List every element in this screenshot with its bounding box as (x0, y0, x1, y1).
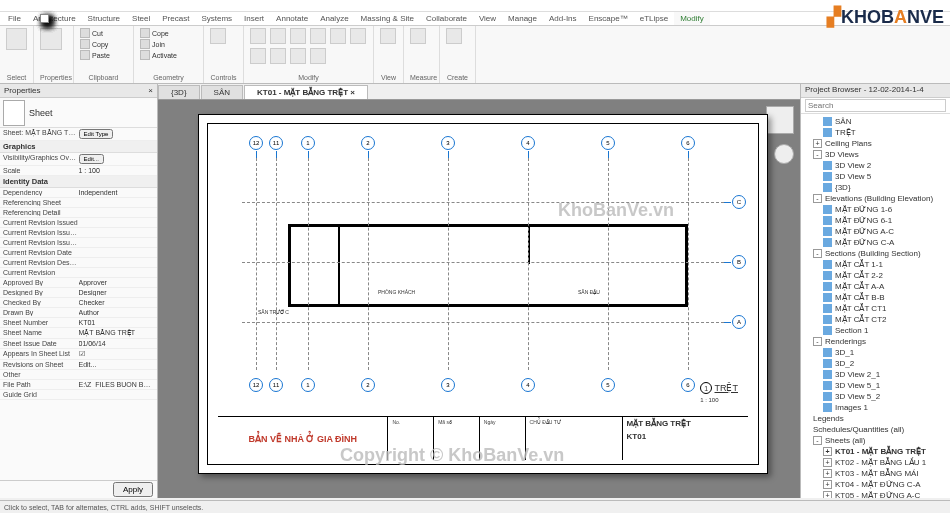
controls-icon[interactable] (210, 28, 226, 44)
offset-icon[interactable] (270, 28, 286, 44)
tree-node[interactable]: MẶT CẮT CT1 (803, 303, 948, 314)
expand-icon[interactable]: - (813, 436, 822, 445)
drawing-canvas[interactable]: PHÒNG KHÁCH SÂN ĐẬU SÂN TRƯỚC 1212111111… (158, 100, 800, 498)
activate-icon[interactable] (140, 50, 150, 60)
tree-node[interactable]: -Renderings (803, 336, 948, 347)
align-icon[interactable] (250, 28, 266, 44)
ribbon-tab-architecture[interactable]: Architecture (27, 12, 82, 25)
property-row[interactable]: Referencing Detail (0, 208, 157, 218)
expand-icon[interactable]: + (813, 139, 822, 148)
modify-tool-icon[interactable] (6, 28, 27, 50)
tree-node[interactable]: 3D View 5_1 (803, 380, 948, 391)
property-row[interactable]: Approved ByApprover (0, 278, 157, 288)
ribbon-tab-modify[interactable]: Modify (674, 12, 710, 25)
tree-node[interactable]: Section 1 (803, 325, 948, 336)
tree-node[interactable]: Legends (803, 413, 948, 424)
expand-icon[interactable]: + (823, 458, 832, 467)
tree-node[interactable]: MẶT CẮT 2-2 (803, 270, 948, 281)
expand-icon[interactable]: + (823, 469, 832, 478)
copy-icon[interactable] (80, 39, 90, 49)
property-row[interactable]: Sheet NumberKT01 (0, 318, 157, 328)
property-row[interactable]: Referencing Sheet (0, 198, 157, 208)
expand-icon[interactable]: - (813, 249, 822, 258)
ribbon-tab-insert[interactable]: Insert (238, 12, 270, 25)
property-row[interactable]: Current Revision (0, 268, 157, 278)
expand-icon[interactable]: + (823, 447, 832, 456)
properties-icon[interactable] (40, 28, 62, 50)
tree-node[interactable]: -Sections (Building Section) (803, 248, 948, 259)
tree-node[interactable]: +Ceiling Plans (803, 138, 948, 149)
tree-node[interactable]: +KT01 - MẶT BẰNG TRỆT (803, 446, 948, 457)
browser-tree[interactable]: SÂNTRỆT+Ceiling Plans-3D Views3D View 23… (801, 114, 950, 498)
ribbon-tab-file[interactable]: File (2, 12, 27, 25)
ribbon-tab-structure[interactable]: Structure (82, 12, 126, 25)
property-row[interactable]: Sheet Issue Date01/06/14 (0, 339, 157, 349)
close-icon[interactable]: × (148, 86, 153, 95)
tree-node[interactable]: MẶT ĐỨNG A-C (803, 226, 948, 237)
tree-node[interactable]: +KT02 - MẶT BẰNG LẦU 1 (803, 457, 948, 468)
view-tab[interactable]: {3D} (158, 85, 200, 99)
join-icon[interactable] (140, 39, 150, 49)
expand-icon[interactable]: - (813, 337, 822, 346)
ribbon-tab-view[interactable]: View (473, 12, 502, 25)
tree-node[interactable]: Images 1 (803, 402, 948, 413)
create-icon[interactable] (446, 28, 462, 44)
tree-node[interactable]: 3D_1 (803, 347, 948, 358)
ribbon-tab-etlipse[interactable]: eTLipse (634, 12, 674, 25)
cut-icon[interactable] (80, 28, 90, 38)
tree-node[interactable]: MẶT ĐỨNG C-A (803, 237, 948, 248)
tree-node[interactable]: +KT04 - MẶT ĐỨNG C-A (803, 479, 948, 490)
tree-node[interactable]: MẶT CẮT B-B (803, 292, 948, 303)
property-row[interactable]: Guide Grid (0, 390, 157, 400)
expand-icon[interactable]: + (823, 480, 832, 489)
property-row[interactable]: Current Revision Descripti... (0, 258, 157, 268)
view-cube[interactable] (766, 106, 794, 134)
ribbon-tab-systems[interactable]: Systems (195, 12, 238, 25)
array-icon[interactable] (270, 48, 286, 64)
property-row[interactable]: Current Revision Issued By (0, 228, 157, 238)
tree-node[interactable]: +KT05 - MẶT ĐỨNG A-C (803, 490, 948, 498)
ribbon-tab-collaborate[interactable]: Collaborate (420, 12, 473, 25)
ribbon-tab-addins[interactable]: Add-Ins (543, 12, 583, 25)
property-row[interactable]: Sheet NameMẶT BẰNG TRỆT (0, 328, 157, 339)
rotate-icon[interactable] (330, 28, 346, 44)
ribbon-tab-manage[interactable]: Manage (502, 12, 543, 25)
measure-icon[interactable] (410, 28, 426, 44)
property-row[interactable]: Current Revision Issued To (0, 238, 157, 248)
tree-node[interactable]: 3D_2 (803, 358, 948, 369)
tree-node[interactable]: MẶT ĐỨNG 1-6 (803, 204, 948, 215)
browser-search-input[interactable] (805, 99, 946, 112)
property-row[interactable]: Appears In Sheet List☑ (0, 349, 157, 360)
property-row[interactable]: Checked ByChecker (0, 298, 157, 308)
tree-node[interactable]: 3D View 2_1 (803, 369, 948, 380)
property-row[interactable]: DependencyIndependent (0, 188, 157, 198)
apply-button[interactable]: Apply (113, 482, 153, 497)
paste-icon[interactable] (80, 50, 90, 60)
property-row[interactable]: Other (0, 370, 157, 380)
trim-icon[interactable] (350, 28, 366, 44)
cope-icon[interactable] (140, 28, 150, 38)
tree-node[interactable]: -Sheets (all) (803, 435, 948, 446)
tree-node[interactable]: -3D Views (803, 149, 948, 160)
property-row[interactable]: File PathE:\Z_FILES BUON BAN\NH... (0, 380, 157, 390)
expand-icon[interactable]: + (823, 491, 832, 498)
tree-node[interactable]: Schedules/Quantities (all) (803, 424, 948, 435)
vg-edit-button[interactable]: Edit... (79, 154, 104, 164)
tree-node[interactable]: +KT03 - MẶT BẰNG MÁI (803, 468, 948, 479)
tree-node[interactable]: TRỆT (803, 127, 948, 138)
property-row[interactable]: Revisions on SheetEdit... (0, 360, 157, 370)
tree-node[interactable]: 3D View 2 (803, 160, 948, 171)
ribbon-tab-annotate[interactable]: Annotate (270, 12, 314, 25)
property-row[interactable]: Current Revision Date (0, 248, 157, 258)
ribbon-tab-massingsite[interactable]: Massing & Site (355, 12, 420, 25)
property-row[interactable]: Current Revision Issued (0, 218, 157, 228)
split-icon[interactable] (250, 48, 266, 64)
scale-icon[interactable] (290, 48, 306, 64)
view-tab[interactable]: SÂN (201, 85, 243, 99)
tree-node[interactable]: -Elevations (Building Elevation) (803, 193, 948, 204)
steering-wheel-icon[interactable] (774, 144, 794, 164)
property-row[interactable]: Drawn ByAuthor (0, 308, 157, 318)
tree-node[interactable]: 3D View 5_2 (803, 391, 948, 402)
tree-node[interactable]: {3D} (803, 182, 948, 193)
ribbon-tab-steel[interactable]: Steel (126, 12, 156, 25)
